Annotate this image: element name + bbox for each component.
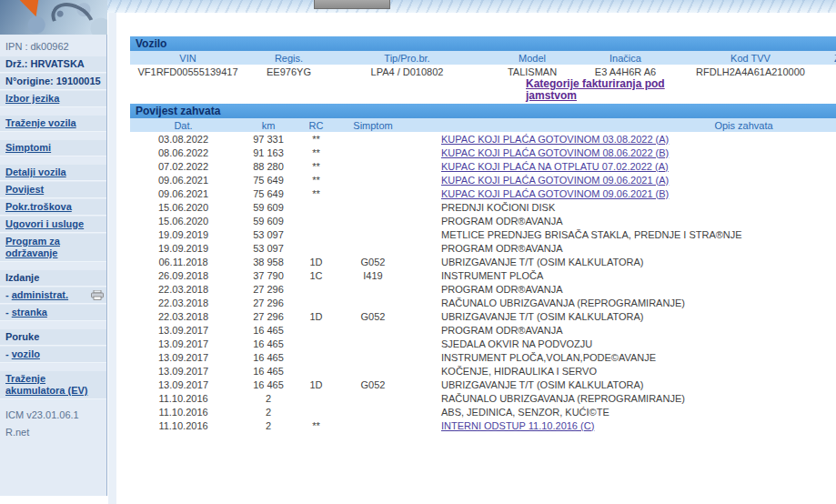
sidebar-item-poruke: Poruke (0, 329, 106, 346)
history-row: 09.06.2021 75 649 ** KUPAC KOJI PLAĆA GO… (130, 173, 836, 186)
history-symptom-cell (332, 214, 414, 227)
sidebar-item-label: vozilo (12, 348, 40, 359)
sidebar-item-trazenje-akumulatora-ev[interactable]: Traženje akumulatora (EV) (0, 371, 106, 399)
history-row: 15.06.2020 59 609 PROGRAM ODR®AVANJA (130, 214, 836, 227)
history-desc-cell: PROGRAM ODR®AVANJA (414, 282, 836, 296)
history-table: Dat. km RC Simptom Opis zahvata 03.08.20… (130, 118, 836, 432)
history-date-cell: 22.03.2018 (130, 309, 237, 323)
history-date-cell: 13.09.2017 (130, 337, 237, 350)
history-symptom-cell (332, 391, 414, 405)
history-col-date: Dat. (130, 118, 237, 132)
history-desc-link[interactable]: KUPAC KOJI PLAĆA GOTOVINOM 03.08.2022 (A… (441, 134, 669, 145)
history-rc-cell: ** (300, 418, 332, 432)
sidebar-item-program-za-odrzavanje[interactable]: Program za održavanje (0, 234, 106, 262)
sidebar-item-label: Simptomi (5, 142, 51, 153)
sidebar-item-vozilo[interactable]: - vozilo (0, 347, 106, 363)
vehicle-vin-value: VF1RFD00555139417 (130, 65, 246, 78)
history-desc-cell: KUPAC KOJI PLAĆA GOTOVINOM 09.06.2021 (A… (414, 173, 836, 186)
history-desc-cell: INSTRUMENT PLOČA (414, 268, 836, 282)
sidebar-item-label: Program za održavanje (5, 236, 60, 258)
history-col-desc: Opis zahvata (414, 118, 836, 132)
vehicle-tip-value: LPA4 / D010802 (332, 65, 482, 78)
warranty-invoicing-categories-link[interactable]: Kategorije fakturiranja pod jamstvom (526, 78, 703, 102)
history-km-cell: 75 649 (237, 173, 300, 186)
sidebar-item-label: ICM v23.01.06.1 (5, 409, 79, 420)
history-col-rc: RC (300, 118, 332, 132)
list-dash: - (5, 307, 12, 318)
history-symptom-cell (332, 364, 414, 378)
vehicle-clipped-value (832, 65, 836, 78)
printer-icon[interactable] (91, 290, 104, 300)
history-row: 13.09.2017 16 465 PROGRAM ODR®AVANJA (130, 323, 836, 337)
history-desc-link[interactable]: KUPAC KOJI PLAĆA GOTOVINOM 08.06.2022 (B… (441, 147, 669, 158)
history-km-cell: 16 465 (237, 323, 300, 337)
history-symptom-cell (332, 227, 414, 241)
history-desc-cell: PROGRAM ODR®AVANJA (414, 241, 836, 255)
history-row: 09.06.2021 75 649 ** KUPAC KOJI PLAĆA GO… (130, 186, 836, 200)
sidebar-item-icm-version: ICM v23.01.06.1 (0, 408, 106, 424)
history-symptom-cell (332, 146, 414, 159)
history-row: 11.10.2016 2 RAČUNALO UBRIZGAVANJA (REPR… (130, 391, 836, 405)
history-desc-cell: METLICE PREDNJEG BRISAČA STAKLA, PREDNJE… (414, 227, 836, 241)
sidebar-item-izbor-jezika[interactable]: Izbor jezika (0, 91, 106, 107)
sidebar-item-trazenje-vozila[interactable]: Traženje vozila (0, 116, 106, 132)
sidebar-content-gap (108, 13, 116, 504)
sidebar-item-label: IPN : dk00962 (5, 41, 69, 52)
history-km-cell: 91 163 (237, 146, 300, 159)
history-rc-cell (300, 364, 332, 378)
history-desc-cell: UBRIZGAVANJE T/T (OSIM KALKULATORA) (414, 309, 836, 323)
history-date-cell: 11.10.2016 (130, 418, 237, 432)
history-row: 13.09.2017 16 465 SJEDALA OKVIR NA PODVO… (130, 337, 836, 350)
header-tab (314, 0, 390, 9)
history-symptom-cell (332, 405, 414, 418)
vehicle-col-vin: VIN (130, 51, 246, 65)
history-km-cell: 16 465 (237, 378, 300, 391)
history-desc-cell: KUPAC KOJI PLAĆA GOTOVINOM 08.06.2022 (B… (414, 146, 836, 159)
sidebar-item-izdanje: Izdanje (0, 270, 106, 287)
sidebar-item-pokr-troskova[interactable]: Pokr.troškova (0, 199, 106, 216)
history-symptom-cell (332, 173, 414, 186)
sidebar-item-label: Drž.: HRVATSKA (5, 58, 85, 69)
vehicle-col-regis: Regis. (246, 51, 332, 65)
sidebar-item-label: Traženje akumulatora (EV) (5, 373, 87, 396)
history-symptom-cell (332, 418, 414, 432)
history-rc-cell: 1C (300, 268, 332, 282)
history-row: 07.02.2022 88 280 ** KUPAC KOJI PLAĆA NA… (130, 159, 836, 173)
history-symptom-cell (332, 241, 414, 255)
history-row: 06.11.2018 38 958 1D G052 UBRIZGAVANJE T… (130, 255, 836, 268)
history-date-cell: 19.09.2019 (130, 227, 237, 241)
history-rc-cell (300, 323, 332, 337)
history-row: 19.09.2019 53 097 METLICE PREDNJEG BRISA… (130, 227, 836, 241)
content-panel: Vozilo VIN Regis. Tip/Pro.br. Model Inač… (116, 13, 836, 504)
list-dash: - (5, 348, 12, 359)
history-date-cell: 11.10.2016 (130, 405, 237, 418)
history-date-cell: 09.06.2021 (130, 186, 237, 200)
history-km-cell: 53 097 (237, 227, 300, 241)
history-rc-cell (300, 241, 332, 255)
history-row: 11.10.2016 2 ABS, JEDINICA, SENZOR, KUĆI… (130, 405, 836, 418)
history-km-cell: 16 465 (237, 350, 300, 364)
history-date-cell: 15.06.2020 (130, 214, 237, 227)
history-symptom-cell (332, 186, 414, 200)
vehicle-model-value: TALISMAN (482, 65, 582, 78)
history-desc-link[interactable]: KUPAC KOJI PLAĆA GOTOVINOM 09.06.2021 (B… (441, 188, 669, 199)
history-km-cell: 2 (237, 405, 300, 418)
sidebar-item-detalji-vozila[interactable]: Detalji vozila (0, 165, 106, 181)
history-km-cell: 16 465 (237, 364, 300, 378)
history-desc-link[interactable]: INTERNI ODSTUP 11.10.2016 (C) (441, 420, 594, 431)
vehicle-col-model: Model (482, 51, 582, 65)
sidebar-item-simptomi[interactable]: Simptomi (0, 140, 106, 156)
sidebar-item-administrat[interactable]: - administrat. (0, 287, 106, 304)
sidebar-item-stranka[interactable]: - stranka (0, 305, 106, 321)
sidebar-item-label: Traženje vozila (5, 117, 76, 128)
history-desc-link[interactable]: KUPAC KOJI PLAĆA NA OTPLATU 07.02.2022 (… (441, 161, 669, 172)
sidebar-item-label: stranka (12, 307, 47, 318)
history-desc-link[interactable]: KUPAC KOJI PLAĆA GOTOVINOM 09.06.2021 (A… (441, 175, 669, 186)
sidebar-item-ugovori-i-usluge[interactable]: Ugovori i usluge (0, 217, 106, 233)
vehicle-col-tip: Tip/Pro.br. (332, 51, 482, 65)
sidebar-item-povijest[interactable]: Povijest (0, 182, 106, 198)
app-root: { "theme": { "title_bar_blue": "#57a1e3"… (0, 0, 836, 504)
history-rc-cell: 1D (300, 378, 332, 391)
sidebar-item-ipn: IPN : dk00962 (0, 39, 106, 55)
history-row: 22.03.2018 27 296 PROGRAM ODR®AVANJA (130, 282, 836, 296)
